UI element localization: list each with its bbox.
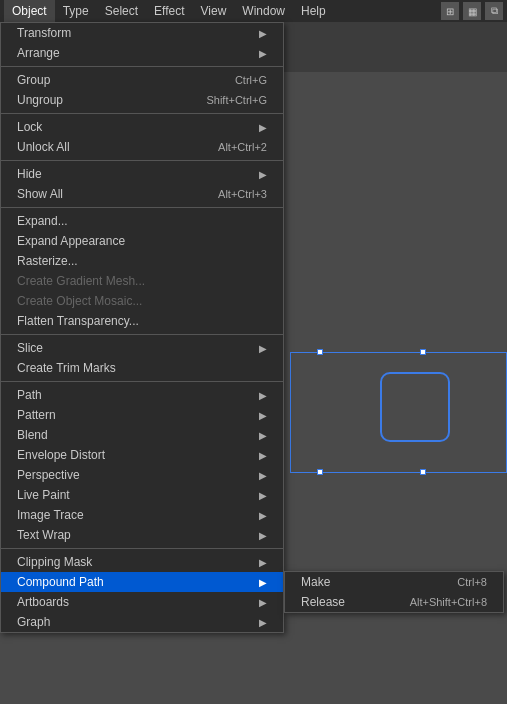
menu-shortcut: Shift+Ctrl+G <box>206 94 267 106</box>
menu-help[interactable]: Help <box>293 0 334 22</box>
menu-item-transform[interactable]: Transform▶ <box>1 23 283 43</box>
submenu-arrow-icon: ▶ <box>259 343 267 354</box>
submenu-arrow-icon: ▶ <box>259 122 267 133</box>
menu-separator <box>1 548 283 549</box>
menu-item-label: Transform <box>17 26 71 40</box>
submenu-arrow-icon: ▶ <box>259 169 267 180</box>
menu-item-create-gradient-mesh: Create Gradient Mesh... <box>1 271 283 291</box>
handle-tr <box>420 349 426 355</box>
menu-item-envelope-distort[interactable]: Envelope Distort▶ <box>1 445 283 465</box>
submenu-item-label: Make <box>301 575 330 589</box>
menu-item-blend[interactable]: Blend▶ <box>1 425 283 445</box>
menu-item-label: Expand... <box>17 214 68 228</box>
submenu-arrow-icon: ▶ <box>259 48 267 59</box>
menu-separator <box>1 207 283 208</box>
menu-item-compound-path[interactable]: Compound Path▶ <box>1 572 283 592</box>
menu-item-label: Image Trace <box>17 508 84 522</box>
menu-item-arrange[interactable]: Arrange▶ <box>1 43 283 63</box>
handle-tl <box>317 349 323 355</box>
menu-item-label: Path <box>17 388 42 402</box>
arrange-icon: ⧉ <box>485 2 503 20</box>
submenu-item-release[interactable]: ReleaseAlt+Shift+Ctrl+8 <box>285 592 503 612</box>
submenu-shortcut: Alt+Shift+Ctrl+8 <box>410 596 487 608</box>
menu-shortcut: Alt+Ctrl+2 <box>218 141 267 153</box>
menu-item-label: Group <box>17 73 50 87</box>
submenu-arrow-icon: ▶ <box>259 577 267 588</box>
menu-item-path[interactable]: Path▶ <box>1 385 283 405</box>
submenu-arrow-icon: ▶ <box>259 597 267 608</box>
menu-item-show-all[interactable]: Show AllAlt+Ctrl+3 <box>1 184 283 204</box>
v-line-left <box>290 352 291 472</box>
menu-item-flatten-transparency[interactable]: Flatten Transparency... <box>1 311 283 331</box>
submenu-arrow-icon: ▶ <box>259 557 267 568</box>
submenu-arrow-icon: ▶ <box>259 390 267 401</box>
menu-object[interactable]: Object <box>4 0 55 22</box>
menu-separator <box>1 381 283 382</box>
submenu-arrow-icon: ▶ <box>259 410 267 421</box>
menu-item-live-paint[interactable]: Live Paint▶ <box>1 485 283 505</box>
menu-item-label: Unlock All <box>17 140 70 154</box>
menu-view[interactable]: View <box>193 0 235 22</box>
menu-item-graph[interactable]: Graph▶ <box>1 612 283 632</box>
submenu-arrow-icon: ▶ <box>259 510 267 521</box>
menu-item-label: Envelope Distort <box>17 448 105 462</box>
menu-item-label: Live Paint <box>17 488 70 502</box>
menu-item-label: Create Trim Marks <box>17 361 116 375</box>
menu-item-rasterize[interactable]: Rasterize... <box>1 251 283 271</box>
menu-item-artboards[interactable]: Artboards▶ <box>1 592 283 612</box>
menu-item-label: Rasterize... <box>17 254 78 268</box>
submenu-arrow-icon: ▶ <box>259 28 267 39</box>
menu-item-pattern[interactable]: Pattern▶ <box>1 405 283 425</box>
menu-item-create-trim-marks[interactable]: Create Trim Marks <box>1 358 283 378</box>
submenu-item-make[interactable]: MakeCtrl+8 <box>285 572 503 592</box>
menu-item-label: Flatten Transparency... <box>17 314 139 328</box>
menu-item-label: Ungroup <box>17 93 63 107</box>
menu-item-label: Arrange <box>17 46 60 60</box>
menu-bar: Object Type Select Effect View Window He… <box>0 0 507 22</box>
menu-item-label: Lock <box>17 120 42 134</box>
submenu-arrow-icon: ▶ <box>259 470 267 481</box>
menu-type[interactable]: Type <box>55 0 97 22</box>
menu-effect[interactable]: Effect <box>146 0 192 22</box>
object-dropdown-menu: Transform▶Arrange▶GroupCtrl+GUngroupShif… <box>0 22 284 633</box>
menu-item-lock[interactable]: Lock▶ <box>1 117 283 137</box>
menu-item-text-wrap[interactable]: Text Wrap▶ <box>1 525 283 545</box>
menu-item-perspective[interactable]: Perspective▶ <box>1 465 283 485</box>
menu-separator <box>1 66 283 67</box>
menu-item-label: Create Gradient Mesh... <box>17 274 145 288</box>
menu-item-image-trace[interactable]: Image Trace▶ <box>1 505 283 525</box>
menu-item-label: Artboards <box>17 595 69 609</box>
menu-item-create-object-mosaic: Create Object Mosaic... <box>1 291 283 311</box>
menu-item-label: Blend <box>17 428 48 442</box>
menu-item-ungroup[interactable]: UngroupShift+Ctrl+G <box>1 90 283 110</box>
menu-item-label: Slice <box>17 341 43 355</box>
compound-path-submenu: MakeCtrl+8ReleaseAlt+Shift+Ctrl+8 <box>284 571 504 613</box>
menu-item-label: Hide <box>17 167 42 181</box>
menu-shortcut: Alt+Ctrl+3 <box>218 188 267 200</box>
menu-item-label: Create Object Mosaic... <box>17 294 142 308</box>
menu-item-label: Perspective <box>17 468 80 482</box>
menu-item-expand[interactable]: Expand... <box>1 211 283 231</box>
menu-item-label: Expand Appearance <box>17 234 125 248</box>
menu-item-clipping-mask[interactable]: Clipping Mask▶ <box>1 552 283 572</box>
menu-item-label: Show All <box>17 187 63 201</box>
menu-item-hide[interactable]: Hide▶ <box>1 164 283 184</box>
submenu-arrow-icon: ▶ <box>259 530 267 541</box>
submenu-arrow-icon: ▶ <box>259 430 267 441</box>
menu-separator <box>1 334 283 335</box>
submenu-item-label: Release <box>301 595 345 609</box>
app-icon: ⊞ <box>441 2 459 20</box>
menu-window[interactable]: Window <box>234 0 293 22</box>
menu-item-group[interactable]: GroupCtrl+G <box>1 70 283 90</box>
menu-item-label: Clipping Mask <box>17 555 92 569</box>
menu-select[interactable]: Select <box>97 0 146 22</box>
menu-separator <box>1 160 283 161</box>
menu-shortcut: Ctrl+G <box>235 74 267 86</box>
menu-item-expand-appearance[interactable]: Expand Appearance <box>1 231 283 251</box>
menu-separator <box>1 113 283 114</box>
menu-item-label: Compound Path <box>17 575 104 589</box>
menu-item-slice[interactable]: Slice▶ <box>1 338 283 358</box>
submenu-arrow-icon: ▶ <box>259 450 267 461</box>
menu-item-unlock-all[interactable]: Unlock AllAlt+Ctrl+2 <box>1 137 283 157</box>
menu-item-label: Pattern <box>17 408 56 422</box>
